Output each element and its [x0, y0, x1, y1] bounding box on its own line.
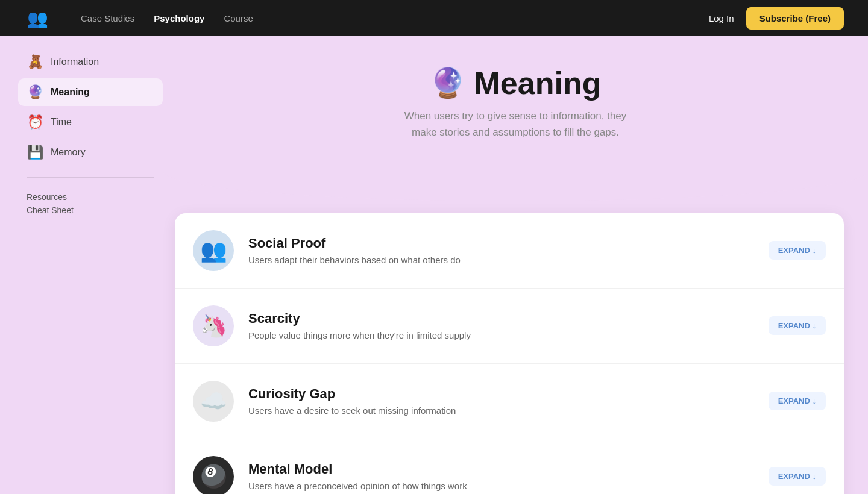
navbar-right: Log In Subscribe (Free) — [709, 7, 844, 30]
mental-model-expand-button[interactable]: EXPAND ↓ — [769, 467, 826, 486]
navbar: 👥 Case Studies Psychology Course Log In … — [0, 0, 868, 36]
meaning-icon: 🔮 — [27, 84, 43, 100]
sidebar-item-time-label: Time — [51, 117, 72, 128]
scarcity-icon-wrap: 🦄 — [193, 305, 234, 346]
scarcity-expand-button[interactable]: EXPAND ↓ — [769, 316, 826, 335]
curiosity-gap-desc: Users have a desire to seek out missing … — [248, 405, 754, 416]
scarcity-emoji: 🦄 — [200, 313, 227, 339]
resources-link[interactable]: Resources — [27, 192, 154, 202]
hero-title: 🔮 Meaning — [163, 66, 868, 101]
social-proof-expand-button[interactable]: EXPAND ↓ — [769, 241, 826, 260]
logo-icon: 👥 — [24, 5, 51, 31]
cards-list: 👥 Social Proof Users adapt their behavio… — [175, 213, 844, 494]
logo[interactable]: 👥 — [24, 5, 51, 31]
sidebar-resources: Resources Cheat Sheet — [18, 189, 163, 219]
mental-model-emoji: 🎱 — [200, 464, 227, 489]
scarcity-desc: People value things more when they're in… — [248, 330, 754, 340]
cheat-sheet-link[interactable]: Cheat Sheet — [27, 205, 154, 215]
login-button[interactable]: Log In — [709, 13, 734, 23]
hero-title-text: Meaning — [474, 66, 602, 101]
social-proof-title: Social Proof — [248, 236, 754, 251]
social-proof-icon-wrap: 👥 — [193, 230, 234, 271]
mental-model-icon-wrap: 🎱 — [193, 456, 234, 494]
social-proof-text: Social Proof Users adapt their behaviors… — [248, 236, 754, 265]
sidebar-item-meaning[interactable]: 🔮 Meaning — [18, 78, 163, 106]
sidebar-divider — [27, 177, 154, 178]
sidebar-item-time[interactable]: ⏰ Time — [18, 108, 163, 136]
card-scarcity: 🦄 Scarcity People value things more when… — [175, 289, 844, 364]
subscribe-button[interactable]: Subscribe (Free) — [746, 7, 844, 30]
sidebar-item-information[interactable]: 🧸 Information — [18, 48, 163, 76]
curiosity-gap-expand-button[interactable]: EXPAND ↓ — [769, 392, 826, 410]
card-social-proof: 👥 Social Proof Users adapt their behavio… — [175, 213, 844, 289]
curiosity-gap-icon-wrap: ☁️ — [193, 381, 234, 422]
curiosity-gap-text: Curiosity Gap Users have a desire to see… — [248, 386, 754, 416]
mental-model-text: Mental Model Users have a preconceived o… — [248, 461, 754, 491]
scarcity-title: Scarcity — [248, 311, 754, 327]
social-proof-desc: Users adapt their behaviors based on wha… — [248, 255, 754, 265]
mental-model-desc: Users have a preconceived opinion of how… — [248, 481, 754, 491]
card-mental-model: 🎱 Mental Model Users have a preconceived… — [175, 439, 844, 494]
main-content: 🔮 Meaning When users try to give sense t… — [163, 36, 868, 494]
nav-psychology[interactable]: Psychology — [154, 13, 204, 23]
page-layout: 🧸 Information 🔮 Meaning ⏰ Time 💾 Memory … — [0, 36, 868, 494]
curiosity-gap-title: Curiosity Gap — [248, 386, 754, 402]
sidebar-item-meaning-label: Meaning — [51, 87, 90, 98]
nav-case-studies[interactable]: Case Studies — [81, 13, 134, 23]
information-icon: 🧸 — [27, 54, 43, 70]
sidebar: 🧸 Information 🔮 Meaning ⏰ Time 💾 Memory … — [0, 36, 163, 494]
social-proof-emoji: 👥 — [200, 238, 227, 263]
sidebar-nav: 🧸 Information 🔮 Meaning ⏰ Time 💾 Memory … — [18, 48, 163, 219]
time-icon: ⏰ — [27, 114, 43, 130]
scarcity-text: Scarcity People value things more when t… — [248, 311, 754, 340]
memory-icon: 💾 — [27, 145, 43, 160]
nav-course[interactable]: Course — [224, 13, 253, 23]
hero-subtitle-line2: make stories and assumptions to fill the… — [412, 127, 619, 138]
nav-links: Case Studies Psychology Course — [81, 13, 685, 23]
card-curiosity-gap: ☁️ Curiosity Gap Users have a desire to … — [175, 364, 844, 439]
hero-section: 🔮 Meaning When users try to give sense t… — [163, 36, 868, 201]
sidebar-item-memory[interactable]: 💾 Memory — [18, 139, 163, 166]
sidebar-item-information-label: Information — [51, 57, 99, 67]
mental-model-title: Mental Model — [248, 461, 754, 477]
sidebar-item-memory-label: Memory — [51, 147, 86, 158]
hero-emoji: 🔮 — [430, 67, 466, 99]
hero-subtitle: When users try to give sense to informat… — [163, 108, 868, 164]
curiosity-gap-emoji: ☁️ — [200, 389, 227, 414]
hero-subtitle-line1: When users try to give sense to informat… — [404, 110, 627, 122]
